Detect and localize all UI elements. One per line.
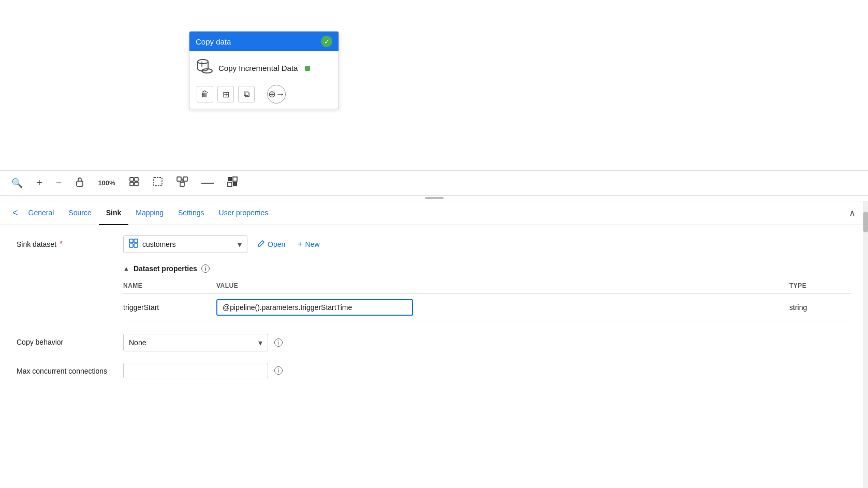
- col-header-name: NAME: [123, 280, 216, 294]
- node-copy-btn[interactable]: ⧉: [238, 86, 255, 102]
- add-btn[interactable]: +: [34, 176, 45, 190]
- resize-handle[interactable]: [0, 196, 868, 201]
- lock-btn[interactable]: [73, 175, 86, 190]
- resize-bar: [425, 197, 444, 199]
- row-name: triggerStart: [123, 294, 216, 321]
- tabs-bar: < General Source Sink Mapping Settings U…: [0, 201, 868, 225]
- sink-dataset-dropdown[interactable]: customers ▾: [123, 235, 247, 253]
- col-header-type: TYPE: [789, 280, 851, 294]
- node-edit-btn[interactable]: ⊞: [217, 86, 234, 102]
- search-btn[interactable]: 🔍: [9, 176, 25, 190]
- copy-behavior-dropdown[interactable]: None ▾: [123, 334, 268, 351]
- tab-prev-btn[interactable]: <: [9, 208, 21, 218]
- copy-behavior-arrow-icon: ▾: [258, 338, 262, 348]
- svg-point-0: [198, 60, 208, 64]
- sink-dataset-label: Sink dataset *: [17, 235, 115, 249]
- node-delete-btn[interactable]: 🗑: [197, 86, 213, 102]
- node-check-icon: ✓: [321, 36, 332, 47]
- tab-source[interactable]: Source: [61, 201, 98, 225]
- copy-behavior-row: Copy behavior None ▾ i: [17, 334, 851, 351]
- dataset-props-header[interactable]: ▲ Dataset properties i: [123, 264, 851, 273]
- properties-panel: < General Source Sink Mapping Settings U…: [0, 201, 868, 488]
- canvas-toolbar: 🔍 + − 100%: [0, 171, 868, 196]
- svg-rect-9: [183, 177, 187, 181]
- copy-behavior-info-icon[interactable]: i: [274, 338, 283, 347]
- sink-dataset-controls: customers ▾ Open + New: [123, 235, 851, 253]
- tab-user-properties[interactable]: User properties: [212, 201, 276, 225]
- copy-behavior-label: Copy behavior: [17, 334, 115, 346]
- svg-rect-6: [135, 182, 138, 186]
- tab-mapping[interactable]: Mapping: [128, 201, 171, 225]
- tab-sink[interactable]: Sink: [99, 201, 129, 225]
- dataset-properties-section: ▲ Dataset properties i NAME VALUE TYPE: [123, 264, 851, 321]
- row-value-input[interactable]: [216, 299, 413, 316]
- max-connections-label: Max concurrent connections: [17, 363, 115, 375]
- dataset-dropdown-icon: [129, 239, 138, 250]
- plus-icon: +: [298, 240, 302, 249]
- svg-rect-11: [228, 177, 232, 181]
- open-btn[interactable]: Open: [254, 238, 288, 252]
- select-icon: [153, 176, 163, 189]
- dropdown-arrow-icon: ▾: [238, 240, 242, 249]
- svg-rect-7: [154, 178, 162, 186]
- svg-rect-16: [134, 239, 138, 243]
- lock-icon: [75, 176, 84, 189]
- arrange-btn[interactable]: [174, 175, 190, 190]
- minus-icon: −: [56, 177, 62, 189]
- svg-rect-5: [130, 182, 134, 186]
- dataset-props-table: NAME VALUE TYPE triggerStart: [123, 280, 851, 321]
- add-icon: +: [36, 177, 42, 189]
- zoom-fit-btn[interactable]: 100%: [96, 178, 117, 188]
- max-connections-row: Max concurrent connections i: [17, 363, 851, 378]
- node-actions: 🗑 ⊞ ⧉ ⊕→: [189, 82, 339, 109]
- col-header-value: VALUE: [216, 280, 789, 294]
- search-icon: 🔍: [11, 178, 23, 189]
- max-connections-controls: i: [123, 363, 851, 378]
- copy-behavior-value: None: [129, 338, 254, 347]
- svg-rect-2: [77, 181, 83, 186]
- node-body: Copy Incremental Data: [189, 51, 339, 82]
- scrollbar-thumb[interactable]: [863, 212, 868, 232]
- node-connect-btn[interactable]: ⊕→: [267, 85, 286, 103]
- select-btn[interactable]: [151, 175, 165, 190]
- fit-view-btn[interactable]: [127, 175, 141, 190]
- new-btn[interactable]: + New: [295, 238, 322, 251]
- zoom-percent-icon: 100%: [98, 179, 115, 187]
- row-value[interactable]: [216, 294, 789, 321]
- svg-rect-8: [177, 177, 181, 181]
- zoom-out-btn[interactable]: −: [54, 176, 64, 190]
- svg-rect-13: [228, 182, 232, 186]
- sink-panel-content: Sink dataset * customers ▾ Open: [0, 225, 868, 400]
- svg-rect-12: [233, 177, 237, 181]
- dataset-props-info-icon[interactable]: i: [201, 264, 210, 273]
- canvas-area: Copy data ✓ Copy Incremental Data 🗑 ⊞ ⧉: [0, 0, 868, 171]
- copy-data-node[interactable]: Copy data ✓ Copy Incremental Data 🗑 ⊞ ⧉: [189, 31, 339, 109]
- sink-dataset-row: Sink dataset * customers ▾ Open: [17, 235, 851, 253]
- node-name: Copy Incremental Data: [218, 64, 298, 72]
- node-status-dot: [305, 66, 310, 71]
- row-type: string: [789, 294, 851, 321]
- toolbar-divider: [201, 183, 214, 184]
- tab-settings[interactable]: Settings: [171, 201, 212, 225]
- arrange-icon: [176, 176, 188, 189]
- required-marker: *: [60, 240, 63, 249]
- svg-rect-18: [134, 244, 138, 247]
- sink-dataset-value: customers: [142, 240, 233, 248]
- max-connections-info-icon[interactable]: i: [274, 366, 283, 375]
- tab-general[interactable]: General: [21, 201, 62, 225]
- fit-icon: [129, 176, 139, 189]
- svg-rect-17: [129, 244, 133, 247]
- svg-rect-15: [129, 239, 133, 243]
- node-header: Copy data ✓: [189, 32, 339, 51]
- theme-btn[interactable]: [225, 175, 240, 190]
- svg-rect-4: [135, 178, 138, 181]
- tab-collapse-btn[interactable]: ∧: [846, 208, 859, 219]
- node-db-icon: [197, 57, 213, 79]
- svg-rect-10: [180, 182, 184, 186]
- pencil-icon: [257, 240, 265, 249]
- svg-rect-14: [233, 182, 237, 186]
- collapse-arrow-icon: ▲: [123, 265, 129, 272]
- max-connections-input[interactable]: [123, 363, 268, 378]
- theme-icon: [227, 176, 238, 189]
- scrollbar[interactable]: [863, 201, 868, 488]
